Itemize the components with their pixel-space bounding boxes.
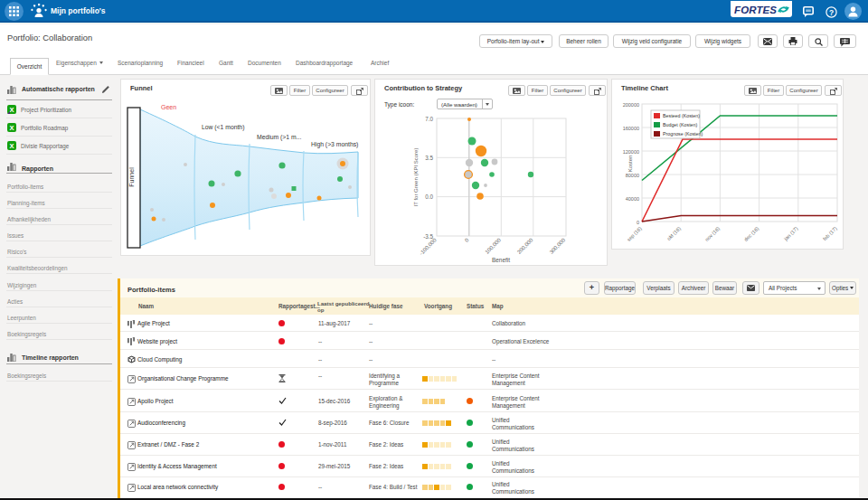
svg-text:80000: 80000 [626, 173, 639, 178]
svg-text:0: 0 [637, 220, 639, 225]
svg-text:X: X [9, 142, 14, 150]
svg-text:Geen: Geen [161, 104, 176, 110]
svg-text:jan (17): jan (17) [782, 225, 798, 241]
svg-text:200,000: 200,000 [516, 237, 534, 255]
svg-text:FORTES: FORTES [734, 5, 777, 15]
svg-text:Funnel: Funnel [128, 167, 135, 187]
svg-text:dec (16): dec (16) [743, 225, 760, 242]
svg-text:7.0: 7.0 [425, 116, 433, 122]
svg-text:Prognose (Kosten): Prognose (Kosten) [663, 131, 703, 137]
svg-text:X: X [9, 124, 14, 132]
svg-text:Besteed (Kosten): Besteed (Kosten) [663, 113, 700, 118]
svg-text:IT for Green (KPI Score): IT for Green (KPI Score) [413, 148, 419, 207]
svg-text:X: X [9, 106, 14, 114]
svg-text:300,000: 300,000 [549, 237, 567, 255]
svg-text:Low (<1 month): Low (<1 month) [202, 124, 244, 131]
svg-text:okt (16): okt (16) [665, 225, 682, 241]
svg-text:Kosten: Kosten [627, 156, 633, 173]
svg-text:160000: 160000 [623, 126, 639, 131]
svg-text:nov (16): nov (16) [704, 225, 722, 242]
svg-text:120000: 120000 [623, 149, 639, 155]
svg-text:100,000: 100,000 [484, 237, 502, 255]
svg-text:Benefit: Benefit [492, 257, 510, 263]
svg-text:Budget (Kosten): Budget (Kosten) [663, 122, 698, 127]
svg-text:High (>3 months): High (>3 months) [311, 141, 358, 148]
svg-text:3.5: 3.5 [425, 155, 433, 161]
svg-text:Medium (>1 m...: Medium (>1 m... [257, 134, 301, 141]
svg-text:-100,000: -100,000 [419, 237, 438, 256]
svg-text:?: ? [829, 8, 834, 17]
svg-text:sep (16): sep (16) [626, 225, 643, 242]
svg-text:200000: 200000 [623, 102, 639, 108]
svg-text:0.0: 0.0 [425, 193, 433, 200]
svg-text:40000: 40000 [626, 196, 639, 202]
svg-text:0: 0 [464, 237, 470, 243]
svg-text:feb (17): feb (17) [822, 225, 838, 241]
